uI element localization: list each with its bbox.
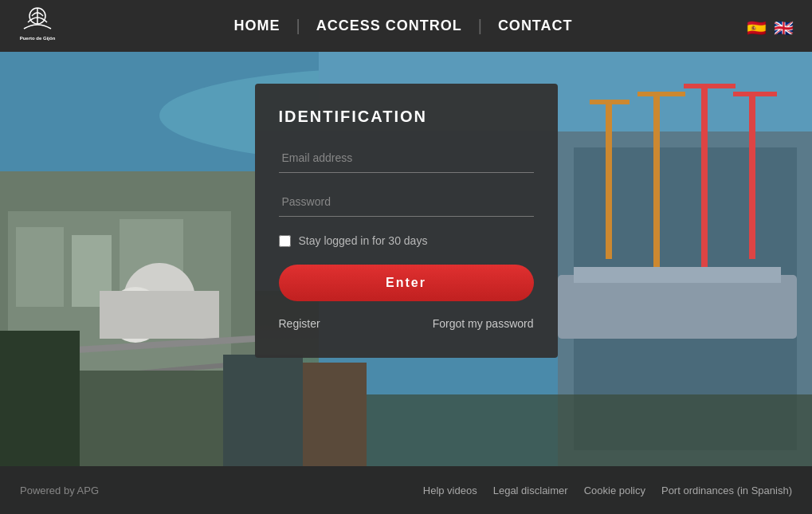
footer-link-help[interactable]: Help videos: [423, 485, 477, 496]
svg-rect-22: [749, 92, 755, 259]
enter-button[interactable]: Enter: [279, 265, 534, 301]
login-modal: IDENTIFICATION Stay logged in for 30 day…: [255, 84, 558, 358]
uk-flag[interactable]: 🇬🇧: [774, 18, 796, 34]
powered-label: Powered by APG: [20, 485, 99, 496]
nav-access-control[interactable]: ACCESS CONTROL: [300, 18, 478, 34]
form-links: Register Forgot my password: [279, 317, 534, 330]
svg-rect-17: [590, 100, 630, 104]
svg-rect-24: [558, 275, 797, 339]
footer-links: Help videos Legal disclaimer Cookie poli…: [423, 485, 792, 496]
svg-rect-33: [223, 355, 303, 466]
svg-rect-31: [0, 331, 80, 466]
svg-rect-21: [684, 84, 736, 88]
password-input[interactable]: [279, 187, 534, 217]
register-link[interactable]: Register: [279, 317, 320, 330]
footer-link-legal[interactable]: Legal disclaimer: [493, 485, 568, 496]
header: Puerto de Gijón HOME | ACCESS CONTROL | …: [0, 0, 812, 52]
logo-area[interactable]: Puerto de Gijón: [16, 6, 60, 46]
form-title: IDENTIFICATION: [279, 108, 534, 126]
footer-link-ordinances[interactable]: Port ordinances (in Spanish): [661, 485, 792, 496]
svg-rect-20: [701, 84, 708, 267]
svg-rect-23: [733, 92, 777, 96]
svg-rect-11: [100, 291, 219, 339]
nav-home[interactable]: HOME: [218, 18, 296, 34]
spanish-flag[interactable]: 🇪🇸: [747, 18, 769, 34]
svg-rect-34: [303, 363, 367, 466]
language-selector: 🇪🇸 🇬🇧: [747, 18, 796, 34]
svg-rect-6: [16, 227, 64, 307]
main-nav: HOME | ACCESS CONTROL | CONTACT: [60, 17, 747, 35]
stay-logged-label[interactable]: Stay logged in for 30 days: [299, 234, 428, 247]
nav-contact[interactable]: CONTACT: [482, 18, 589, 34]
svg-text:Puerto de Gijón: Puerto de Gijón: [20, 36, 56, 41]
svg-rect-25: [574, 267, 781, 283]
svg-rect-16: [606, 100, 612, 259]
svg-rect-18: [653, 92, 660, 267]
stay-logged-row: Stay logged in for 30 days: [279, 234, 534, 247]
logo-icon: Puerto de Gijón: [16, 6, 60, 46]
stay-logged-checkbox[interactable]: [279, 235, 291, 247]
footer-link-cookie[interactable]: Cookie policy: [584, 485, 645, 496]
svg-rect-19: [637, 92, 685, 96]
forgot-password-link[interactable]: Forgot my password: [433, 317, 534, 330]
footer: Powered by APG Help videos Legal disclai…: [0, 466, 812, 514]
email-input[interactable]: [279, 143, 534, 173]
